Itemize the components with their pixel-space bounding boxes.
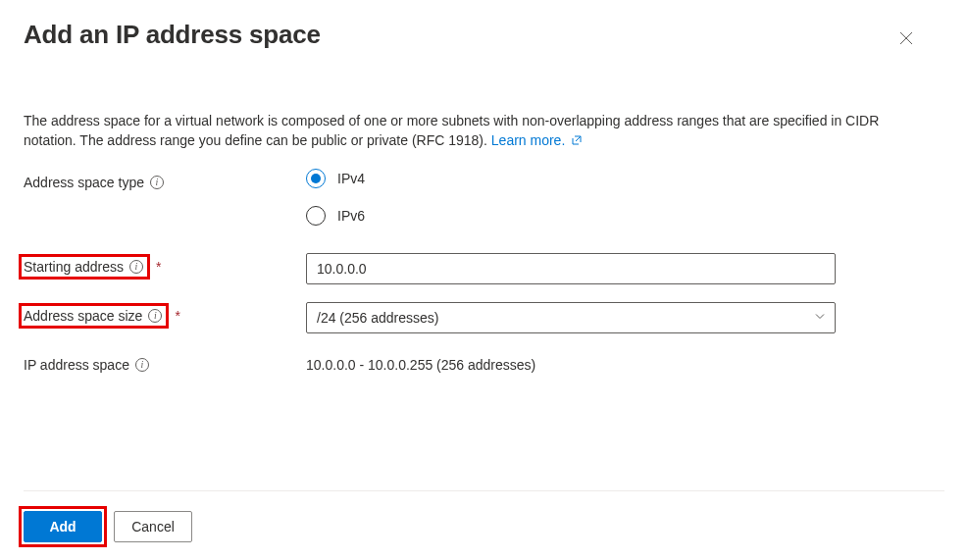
info-icon[interactable]: i [135,358,149,372]
address-space-size-select[interactable]: /24 (256 addresses) [306,302,836,333]
required-asterisk: * [175,308,179,324]
address-space-type-options: IPv4 IPv6 [306,169,836,243]
form: Address space type i IPv4 IPv6 Starting … [24,169,944,373]
row-ip-address-space: IP address space i 10.0.0.0 - 10.0.0.255… [24,351,944,373]
add-button[interactable]: Add [24,511,102,542]
footer: Add Cancel [24,511,192,542]
row-address-space-type: Address space type i IPv4 IPv6 [24,169,944,243]
ip-address-space-value: 10.0.0.0 - 10.0.0.255 (256 addresses) [306,351,836,373]
cancel-button[interactable]: Cancel [114,511,192,542]
footer-separator [24,490,944,491]
panel-description: The address space for a virtual network … [24,111,926,151]
radio-icon [306,206,326,226]
radio-ipv6[interactable]: IPv6 [306,206,836,226]
starting-address-input[interactable] [306,253,836,284]
radio-ipv4[interactable]: IPv4 [306,169,836,188]
info-icon[interactable]: i [129,260,143,274]
select-value: /24 (256 addresses) [317,310,439,326]
label-address-space-size: Address space size i * [24,302,306,324]
row-starting-address: Starting address i * [24,253,944,284]
info-icon[interactable]: i [148,309,162,323]
highlight-starting-address: Starting address i [19,254,150,280]
panel-title: Add an IP address space [24,20,321,50]
info-icon[interactable]: i [150,176,164,189]
label-address-space-type: Address space type i [24,169,306,190]
label-ip-address-space: IP address space i [24,351,306,373]
close-icon[interactable] [892,25,921,54]
header: Add an IP address space [24,20,944,54]
description-text: The address space for a virtual network … [24,113,879,148]
external-link-icon [571,131,583,151]
highlight-address-space-size: Address space size i [19,303,169,329]
ip-address-space-panel: Add an IP address space The address spac… [0,0,968,560]
row-address-space-size: Address space size i * /24 (256 addresse… [24,302,944,333]
label-starting-address: Starting address i * [24,253,306,275]
required-asterisk: * [156,259,161,275]
radio-icon [306,169,326,188]
learn-more-link[interactable]: Learn more. [491,132,583,148]
highlight-add-button: Add [19,506,107,547]
